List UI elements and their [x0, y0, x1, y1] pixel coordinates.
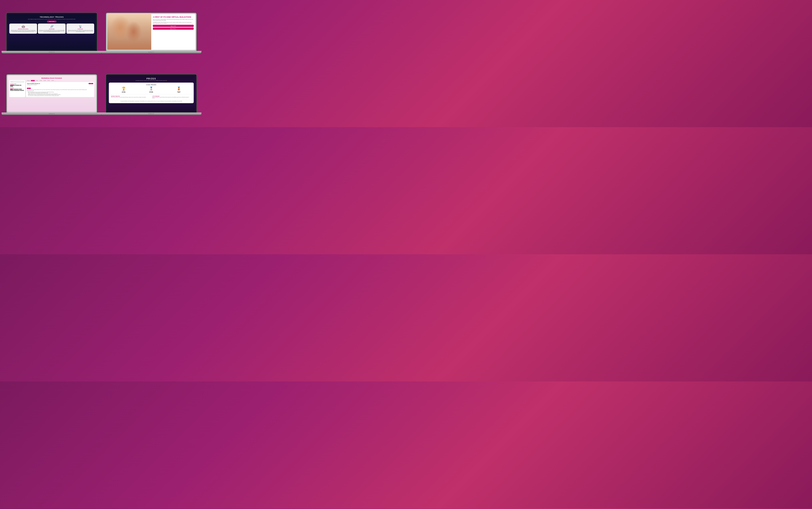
event-photo	[107, 14, 151, 50]
date-feb25[interactable]: Feb 25th	[43, 80, 46, 81]
search-icon: ⌕	[23, 81, 24, 82]
tech-tracks-subtitle: By leveraging emerging technologies we a…	[9, 19, 94, 20]
tag-network[interactable]: Network	[19, 89, 22, 90]
screen-prizes: PRIZES Get ready to gain hands-on experi…	[107, 76, 195, 111]
cytec-text: Cytec is awarding $500 to a project that…	[152, 97, 191, 98]
event-desc-2: During this session, you'll:	[27, 91, 93, 91]
laptop-3: Buildathon Event Schedule Search ⌕ Techn…	[2, 64, 101, 125]
cash-prizes-title: CASH PRIZES	[111, 84, 192, 86]
laptop-2: A FIRST OF ITS KIND VIRTUAL BUILDATHON W…	[101, 2, 201, 64]
event-title: Team Formation Session #1	[27, 83, 40, 84]
tag-blockchain[interactable]: Blockchain	[16, 85, 20, 86]
blockchain-title: BLOCKCHAIN	[39, 29, 65, 30]
cytec-prize: CYTEC PRIZE $500 Cytec is awarding $500 …	[152, 95, 192, 99]
date-feb24[interactable]: Feb 24th	[39, 80, 43, 81]
special-prizes: SAFENEST PRIZE $500 Safenest will award …	[111, 94, 192, 99]
raffle-section: Throughout the Buildathon, we'll be host…	[111, 100, 192, 102]
apply-build-btn-2[interactable]: Apply to Build	[153, 25, 194, 27]
date-feb23[interactable]: Feb 23rd	[35, 80, 39, 81]
second-place-amount: $1,000	[138, 92, 164, 93]
third-place-amount: $500	[166, 92, 192, 93]
first-place-icon: 🏆	[111, 87, 137, 90]
tech-tracks-title: TECHNOLOGY TRACKS	[9, 16, 94, 18]
tag-tech-finance[interactable]: Tech Finance	[20, 90, 24, 91]
search-placeholder: Search	[11, 81, 23, 82]
apply-mentor-btn[interactable]: Apply to Mentor	[153, 28, 194, 30]
filter-tech-title: Technology Tracks	[10, 83, 24, 84]
date-feb28[interactable]: Feb 28th	[51, 80, 54, 81]
learn-more-btn[interactable]: Learn More	[89, 83, 93, 84]
laptop-4: PRIZES Get ready to gain hands-on experi…	[101, 64, 201, 125]
event-date: Feb 22nd | 12:30 PM - 1:30 PM EST	[27, 84, 93, 86]
ai-title: ARTIFICIAL INTELLIGENCE	[10, 29, 36, 30]
safenest-text: Safenest will award $500 to a project th…	[111, 97, 150, 98]
prizes-title: PRIZES	[109, 78, 194, 80]
tech-tags: Community AI Blockchain 5G FinTech	[10, 85, 24, 87]
tag-5g[interactable]: 5G	[20, 85, 22, 86]
raffle-text: Throughout the Buildathon, we'll be host…	[111, 101, 192, 102]
cytec-title: CYTEC PRIZE $500	[152, 96, 191, 97]
next-date-btn[interactable]: ›	[55, 80, 55, 81]
buildathon-title: A FIRST OF ITS KIND VIRTUAL BUILDATHON	[153, 16, 194, 18]
5g-icon: 📡	[67, 25, 93, 28]
prizes-card: CASH PRIZES 🏆 1st Place $1,500 🥈 2nd Pla…	[109, 82, 194, 103]
second-place-prize: 🥈 2nd Place $1,000	[138, 87, 164, 93]
tag-fintech[interactable]: FinTech	[10, 86, 13, 87]
screen-event-schedule: Buildathon Event Schedule Search ⌕ Techn…	[8, 76, 96, 111]
safenest-title: SAFENEST PRIZE $500	[111, 96, 150, 97]
5g-title: 5G NETWORK	[67, 29, 93, 30]
prev-date-btn[interactable]: ‹	[26, 80, 26, 81]
screen-technology-tracks: TECHNOLOGY TRACKS By leveraging emerging…	[8, 14, 96, 50]
prizes-subtitle: Get ready to gain hands-on experience wi…	[109, 80, 194, 81]
tag-mentor[interactable]: Mentor	[10, 89, 13, 90]
second-place-icon: 🥈	[138, 87, 164, 90]
schedule-sidebar: Search ⌕ Technology Tracks Community AI …	[9, 80, 25, 97]
event-bullet-5: • Form teams based on complementary skil…	[27, 95, 93, 96]
date-all-events[interactable]: All Events	[27, 80, 31, 81]
tag-ai[interactable]: AI	[14, 85, 15, 86]
blockchain-card: 🔗 BLOCKCHAIN The Blockchain is a decentr…	[38, 24, 66, 34]
third-place-icon: 🥉	[166, 87, 192, 90]
tag-community[interactable]: Community	[10, 85, 14, 86]
tag-workshop[interactable]: Technical Workshop	[13, 89, 19, 90]
network-badge: Network	[27, 88, 31, 89]
date-feb27[interactable]: Feb 27th	[47, 80, 50, 81]
first-place-amount: $1,500	[111, 92, 137, 93]
event-description: Are you ready to team up and make a diff…	[27, 89, 93, 90]
ai-card: 🤖 ARTIFICIAL INTELLIGENCE AI enables mac…	[9, 24, 37, 34]
5g-card: 📡 5G NETWORK 5G enables a new kind of ne…	[66, 24, 94, 34]
first-place-prize: 🏆 1st Place $1,500	[111, 87, 137, 93]
tag-soft-skills[interactable]: Soft Skills Workshop	[14, 90, 20, 91]
schedule-layout: Search ⌕ Technology Tracks Community AI …	[9, 80, 94, 97]
laptop-base-4	[101, 112, 201, 115]
date-feb22[interactable]: Feb 22nd	[31, 80, 35, 81]
tech-cards-container: 🤖 ARTIFICIAL INTELLIGENCE AI enables mac…	[9, 24, 94, 34]
prizes-row: 🏆 1st Place $1,500 🥈 2nd Place $1,000 🥉	[111, 87, 192, 93]
schedule-title: Buildathon Event Schedule	[9, 77, 94, 79]
laptop-base-2	[101, 51, 201, 53]
laptop-base-3	[2, 112, 102, 115]
event-header: Team Formation Session #1 Learn More	[27, 83, 93, 84]
date-navigation: ‹ All Events Feb 22nd Feb 23rd Feb 24th …	[26, 80, 94, 81]
safenest-prize: SAFENEST PRIZE $500 Safenest will award …	[111, 95, 151, 99]
ai-text: AI enables machines to learn and perform…	[10, 30, 36, 32]
tag-discussion[interactable]: Discussion	[10, 90, 14, 91]
laptop-1: TECHNOLOGY TRACKS By leveraging emerging…	[2, 2, 101, 64]
filter-event-title: Event Type	[10, 88, 24, 88]
event-card: Team Formation Session #1 Learn More Feb…	[26, 82, 94, 97]
schedule-main: ‹ All Events Feb 22nd Feb 23rd Feb 24th …	[26, 80, 94, 97]
search-bar[interactable]: Search ⌕	[10, 81, 24, 83]
third-place-prize: 🥉 3rd Place $500	[166, 87, 192, 93]
screen-buildathon-intro: A FIRST OF ITS KIND VIRTUAL BUILDATHON W…	[107, 14, 195, 50]
blockchain-text: The Blockchain is a decentralized digita…	[39, 30, 65, 32]
ai-icon: 🤖	[10, 25, 36, 28]
intro-text-1: Welcome to the Women's Rights Buildathon…	[153, 19, 194, 21]
event-type-tags: Mentor Technical Workshop Network Discus…	[10, 89, 24, 91]
apply-build-btn-1[interactable]: Apply to Build	[47, 21, 56, 22]
5g-text: 5G enables a new kind of network that is…	[67, 30, 93, 32]
intro-text-2: Our Buildathon provides a safe and inclu…	[153, 22, 194, 24]
laptop-base-1	[2, 51, 102, 53]
blockchain-icon: 🔗	[39, 25, 65, 28]
photo-placeholder	[107, 14, 151, 50]
intro-content: A FIRST OF ITS KIND VIRTUAL BUILDATHON W…	[151, 14, 195, 50]
